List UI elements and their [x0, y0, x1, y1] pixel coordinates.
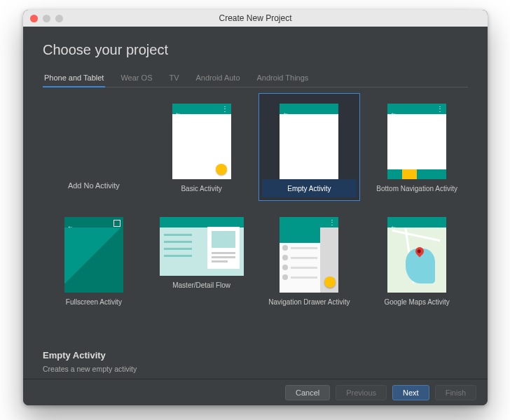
device-tabs: Phone and Tablet Wear OS TV Android Auto…	[43, 71, 468, 88]
description-title: Empty Activity	[43, 350, 137, 360]
page-title: Choose your project	[43, 42, 468, 58]
back-icon	[390, 219, 396, 225]
template-label: Master/Detail Flow	[171, 276, 232, 294]
minimize-icon	[43, 15, 50, 22]
dialog-content: Choose your project Phone and Tablet Wea…	[23, 27, 488, 405]
template-label: Empty Activity	[262, 179, 357, 197]
tab-phone-tablet[interactable]: Phone and Tablet	[43, 71, 105, 88]
overflow-icon: ⋮	[329, 218, 336, 226]
template-grid: Add No Activity ⋮ Basic Activity Empty A…	[43, 93, 468, 314]
expand-icon	[113, 220, 120, 227]
template-basic[interactable]: ⋮ Basic Activity	[151, 93, 253, 201]
template-label: Bottom Navigation Activity	[375, 179, 459, 197]
template-bottom-nav[interactable]: ⋮ Bottom Navigation Activity	[366, 93, 468, 201]
dialog-window: Create New Project Choose your project P…	[23, 10, 488, 405]
template-label: Navigation Drawer Activity	[267, 293, 351, 311]
overflow-icon: ⋮	[221, 105, 228, 113]
tab-wear-os[interactable]: Wear OS	[119, 71, 153, 88]
dialog-footer: Cancel Previous Next Finish	[23, 379, 488, 405]
cancel-button[interactable]: Cancel	[285, 385, 330, 400]
template-label: Fullscreen Activity	[64, 293, 123, 311]
close-icon[interactable]	[30, 15, 38, 22]
template-fullscreen[interactable]: Fullscreen Activity	[43, 206, 145, 314]
description-subtitle: Creates a new empty activity	[43, 365, 137, 373]
template-thumb	[160, 217, 244, 276]
back-icon	[282, 106, 288, 111]
template-thumb: ⋮	[387, 104, 446, 179]
template-empty[interactable]: Empty Activity	[259, 93, 361, 201]
next-button[interactable]: Next	[392, 385, 429, 400]
back-icon	[175, 106, 181, 111]
overflow-icon: ⋮	[436, 105, 443, 113]
back-icon	[67, 219, 73, 225]
template-thumb: ⋮	[172, 104, 231, 179]
template-label: Google Maps Activity	[382, 293, 450, 311]
template-thumb	[387, 217, 446, 293]
template-thumb: ⋮	[280, 217, 338, 293]
window-title: Create New Project	[23, 13, 488, 23]
template-label: Add No Activity	[67, 176, 121, 194]
template-google-maps[interactable]: Google Maps Activity	[366, 206, 468, 314]
template-thumb	[280, 104, 338, 179]
tab-tv[interactable]: TV	[167, 71, 180, 88]
tab-android-things[interactable]: Android Things	[256, 71, 310, 88]
template-description: Empty Activity Creates a new empty activ…	[43, 350, 137, 373]
fullscreen-icon	[55, 15, 63, 22]
fab-icon	[216, 164, 227, 175]
template-label: Basic Activity	[179, 179, 223, 197]
tab-android-auto[interactable]: Android Auto	[195, 71, 242, 88]
template-none[interactable]: Add No Activity	[43, 93, 145, 201]
template-nav-drawer[interactable]: ⋮ Navigation Drawer Activity	[259, 206, 361, 314]
previous-button: Previous	[336, 385, 387, 400]
finish-button: Finish	[435, 385, 476, 400]
template-thumb	[64, 217, 123, 293]
template-master-detail[interactable]: Master/Detail Flow	[151, 206, 253, 314]
titlebar: Create New Project	[23, 10, 488, 27]
window-controls	[30, 15, 63, 22]
back-icon	[390, 106, 396, 111]
